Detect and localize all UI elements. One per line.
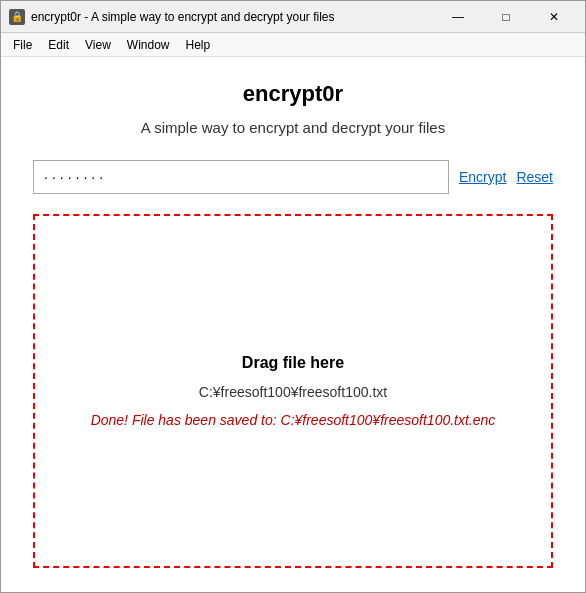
password-input[interactable] (33, 160, 449, 194)
input-row: Encrypt Reset (33, 160, 553, 194)
drop-zone[interactable]: Drag file here C:¥freesoft100¥freesoft10… (33, 214, 553, 568)
menu-bar: File Edit View Window Help (1, 33, 585, 57)
menu-file[interactable]: File (5, 36, 40, 54)
menu-window[interactable]: Window (119, 36, 178, 54)
drop-zone-file-path: C:¥freesoft100¥freesoft100.txt (199, 384, 387, 400)
app-title: encrypt0r (243, 81, 343, 107)
drop-zone-title: Drag file here (242, 354, 344, 372)
menu-help[interactable]: Help (178, 36, 219, 54)
main-content: encrypt0r A simple way to encrypt and de… (1, 57, 585, 592)
app-window: 🔒 encrypt0r - A simple way to encrypt an… (0, 0, 586, 593)
drop-zone-result: Done! File has been saved to: C:¥freesof… (91, 412, 496, 428)
encrypt-button[interactable]: Encrypt (459, 169, 506, 185)
app-icon: 🔒 (9, 9, 25, 25)
menu-view[interactable]: View (77, 36, 119, 54)
app-subtitle: A simple way to encrypt and decrypt your… (141, 119, 445, 136)
menu-edit[interactable]: Edit (40, 36, 77, 54)
window-title: encrypt0r - A simple way to encrypt and … (31, 10, 435, 24)
reset-button[interactable]: Reset (516, 169, 553, 185)
title-bar: 🔒 encrypt0r - A simple way to encrypt an… (1, 1, 585, 33)
title-bar-buttons: — □ ✕ (435, 3, 577, 31)
maximize-button[interactable]: □ (483, 3, 529, 31)
close-button[interactable]: ✕ (531, 3, 577, 31)
minimize-button[interactable]: — (435, 3, 481, 31)
